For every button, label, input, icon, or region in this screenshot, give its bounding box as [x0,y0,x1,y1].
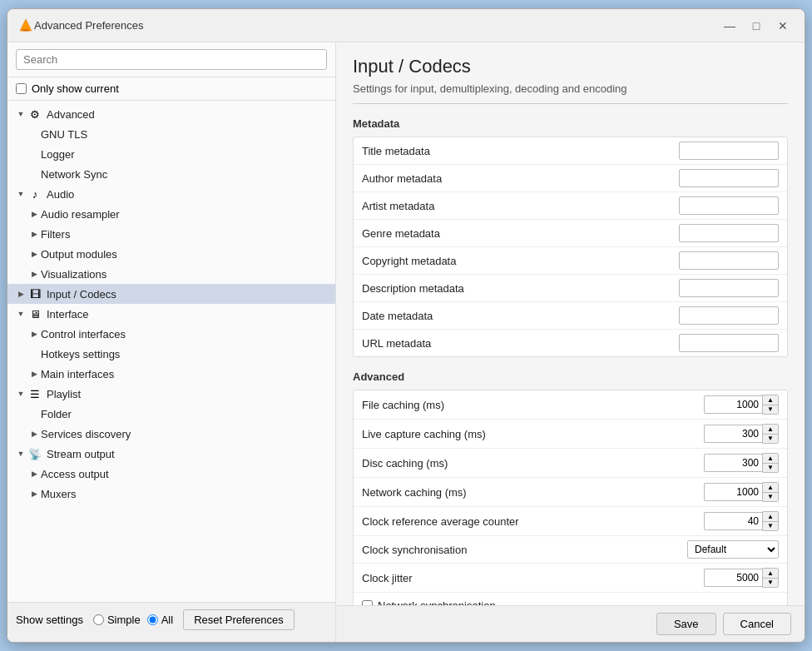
network-caching-increment[interactable]: ▲ [763,483,778,492]
chevron-audio-resampler [27,207,41,221]
file-caching-spinbox-buttons: ▲ ▼ [762,395,779,415]
network-caching-decrement[interactable]: ▼ [763,492,778,501]
sidebar-item-playlist[interactable]: ☰ Playlist [7,384,335,404]
chevron-output-modules [27,247,41,261]
window-controls: — □ ✕ [718,14,795,37]
sidebar-item-control-interfaces-label: Control interfaces [41,328,126,340]
url-metadata-input[interactable] [679,334,779,352]
table-row: Network caching (ms) ▲ ▼ [354,478,787,507]
sidebar-item-input-codecs-label: Input / Codecs [47,288,116,301]
sidebar-item-gnu-tls-label: GNU TLS [41,128,87,141]
save-button[interactable]: Save [656,613,716,635]
file-caching-decrement[interactable]: ▼ [763,405,778,414]
sidebar-item-audio-label: Audio [47,188,74,201]
minimize-button[interactable]: — [718,14,741,37]
table-row: Clock synchronisation Default None PTS o… [354,536,787,564]
clock-reference-decrement[interactable]: ▼ [763,521,778,530]
sidebar-item-muxers-label: Muxers [41,488,77,500]
sidebar-item-gnu-tls[interactable]: GNU TLS [7,124,335,144]
svg-rect-1 [22,29,29,32]
live-capture-input[interactable] [704,425,762,443]
file-caching-input[interactable] [704,395,762,414]
sidebar-item-advanced[interactable]: ⚙ Advanced [7,104,335,124]
sidebar-item-filters[interactable]: Filters [7,224,335,244]
sidebar-item-output-modules[interactable]: Output modules [7,244,335,264]
sidebar-item-audio[interactable]: ♪ Audio [7,184,335,204]
sidebar-bottom: Show settings Simple All Reset Preferenc… [7,602,335,642]
table-row: Disc caching (ms) ▲ ▼ [354,449,787,478]
sidebar-item-folder-label: Folder [41,408,72,420]
advanced-section-title: Advanced [353,370,788,383]
clock-reference-increment[interactable]: ▲ [763,512,778,521]
genre-metadata-label: Genre metadata [362,227,679,240]
advanced-icon: ⚙ [27,107,42,122]
search-input[interactable] [16,49,327,70]
artist-metadata-input[interactable] [679,196,779,215]
table-row: URL metadata [354,330,787,356]
copyright-metadata-input[interactable] [679,251,779,270]
table-row: Date metadata [354,302,787,330]
date-metadata-input[interactable] [679,306,779,325]
network-sync-label[interactable]: Network synchronisation [378,599,496,606]
maximize-button[interactable]: □ [745,14,768,37]
sidebar-item-visualizations-label: Visualizations [41,268,106,281]
clock-jitter-increment[interactable]: ▲ [763,569,778,578]
sidebar-item-interface[interactable]: 🖥 Interface [7,304,335,324]
radio-simple[interactable] [93,614,104,625]
sidebar-item-access-output[interactable]: Access output [7,464,335,484]
content-area: Only show current ⚙ Advanced GNU TLS Log… [7,42,805,642]
chevron-visualizations [27,267,41,281]
live-capture-increment[interactable]: ▲ [763,425,778,434]
sidebar-item-hotkeys-settings[interactable]: Hotkeys settings [7,344,335,364]
network-caching-input[interactable] [704,483,762,501]
clock-jitter-control: ▲ ▼ [704,568,779,588]
sidebar-item-control-interfaces[interactable]: Control interfaces [7,324,335,344]
sidebar-item-services-discovery[interactable]: Services discovery [7,424,335,444]
clock-jitter-decrement[interactable]: ▼ [763,578,778,587]
author-metadata-input[interactable] [679,169,779,187]
cancel-button[interactable]: Cancel [723,613,791,635]
sidebar-item-main-interfaces[interactable]: Main interfaces [7,364,335,384]
window-title: Advanced Preferences [34,19,718,32]
chevron-input-codecs [14,287,27,301]
chevron-access-output [27,467,41,480]
sidebar-item-stream-output-label: Stream output [47,448,115,460]
genre-metadata-input[interactable] [679,224,779,242]
disc-caching-decrement[interactable]: ▼ [763,463,778,472]
sidebar-item-logger[interactable]: Logger [7,144,335,164]
metadata-section: Metadata Title metadata Author metadata [353,117,788,357]
reset-preferences-button[interactable]: Reset Preferences [183,609,295,630]
disc-caching-increment[interactable]: ▲ [763,454,778,463]
description-metadata-input[interactable] [679,279,779,297]
radio-simple-label[interactable]: Simple [93,614,141,626]
clock-jitter-input[interactable] [704,569,762,587]
live-capture-decrement[interactable]: ▼ [763,434,778,443]
title-metadata-input[interactable] [679,142,779,160]
copyright-metadata-control [679,251,779,270]
radio-all[interactable] [147,614,158,625]
clock-reference-input[interactable] [704,512,762,530]
close-button[interactable]: ✕ [771,14,795,37]
metadata-section-title: Metadata [353,117,788,130]
sidebar-item-visualizations[interactable]: Visualizations [7,264,335,284]
sidebar-item-input-codecs[interactable]: 🎞 Input / Codecs [7,284,335,304]
file-caching-increment[interactable]: ▲ [763,395,778,405]
genre-metadata-control [679,224,779,242]
sidebar-item-network-sync[interactable]: Network Sync [7,164,335,184]
clock-sync-select[interactable]: Default None PTS only [687,540,779,559]
sidebar-item-output-modules-label: Output modules [41,248,117,261]
date-metadata-label: Date metadata [362,310,679,322]
file-caching-label: File caching (ms) [362,399,704,411]
author-metadata-label: Author metadata [362,172,679,185]
sidebar-item-muxers[interactable]: Muxers [7,484,335,504]
sidebar-item-folder[interactable]: Folder [7,404,335,424]
only-current-checkbox[interactable] [16,83,27,94]
sidebar-item-audio-resampler[interactable]: Audio resampler [7,204,335,224]
disc-caching-input[interactable] [704,454,762,472]
disc-caching-control: ▲ ▼ [704,453,779,473]
sidebar-item-filters-label: Filters [41,228,70,241]
clock-reference-label: Clock reference average counter [362,515,704,528]
sidebar-item-stream-output[interactable]: 📡 Stream output [7,444,335,464]
only-current-label[interactable]: Only show current [32,82,119,95]
radio-all-label[interactable]: All [147,614,173,626]
